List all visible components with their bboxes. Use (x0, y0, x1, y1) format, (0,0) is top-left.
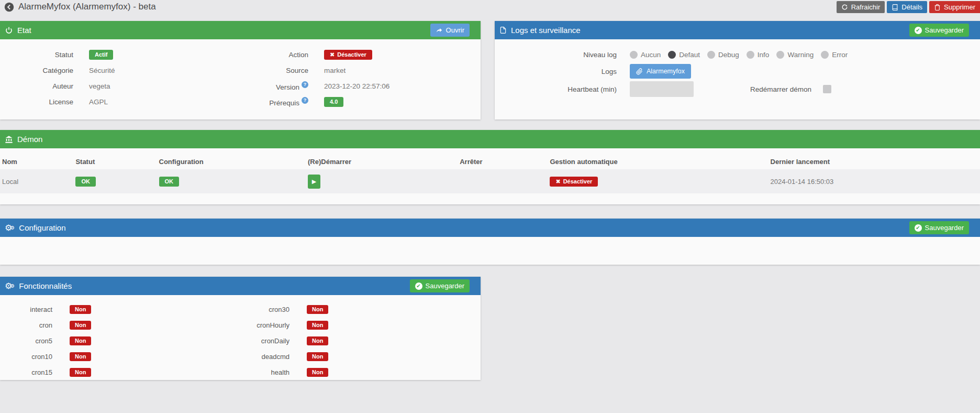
logs-label: Logs (495, 68, 617, 75)
radio-dot[interactable] (668, 51, 676, 59)
demon-header-row: Nom Statut Configuration (Re)Démarrer Ar… (0, 154, 980, 169)
fonc-row-interact: interact Non (0, 301, 240, 317)
radio-dot[interactable] (630, 51, 638, 59)
categorie-label: Catégorie (0, 67, 73, 74)
restart-demon-label: Redémarrer démon (694, 85, 811, 93)
logs-save-button[interactable]: ✔ Sauvegarder (909, 24, 969, 37)
source-label: Source (240, 67, 308, 74)
logs-panel: Logs et surveillance ✔ Sauvegarder Nivea… (495, 21, 980, 119)
auteur-label: Auteur (0, 82, 73, 90)
fonctionnalites-title: Fonctionnalités (19, 281, 72, 290)
logs-title: Logs et surveillance (511, 26, 581, 35)
version-label: Version? (240, 81, 308, 91)
demon-arreter-cell (458, 169, 548, 193)
desactiver-plugin-button[interactable]: ✖Désactiver (324, 50, 372, 60)
radio-dot[interactable] (747, 51, 754, 59)
statut-badge: Actif (89, 50, 113, 60)
radio-warning[interactable]: Warning (776, 51, 814, 59)
logfile-button[interactable]: Alarmemyfox (630, 64, 691, 79)
fonc-row-cron10: cron10 Non (0, 349, 240, 364)
gears-icon: ⚙⚙ (5, 224, 15, 232)
action-label: Action (240, 51, 308, 59)
back-icon[interactable] (4, 2, 14, 12)
fonctionnalites-save-button[interactable]: ✔ Sauvegarder (410, 279, 470, 292)
categorie-value: Sécurité (89, 67, 115, 74)
col-redemarrer: (Re)Démarrer (306, 154, 458, 169)
refresh-icon (841, 4, 848, 10)
file-icon (499, 26, 507, 34)
fonc-row-crondaily: cronDaily Non (240, 333, 481, 349)
configuration-save-button[interactable]: ✔ Sauvegarder (909, 221, 969, 234)
topbar: AlarmeMyfox (Alarmemyfox) - beta Rafraic… (0, 0, 980, 15)
play-icon: ▶ (312, 179, 316, 184)
check-icon: ✔ (415, 282, 422, 290)
refresh-button[interactable]: Rafraichir (837, 1, 885, 13)
col-dernier-lancement: Dernier lancement (769, 154, 980, 169)
demon-row-local: Local OK OK ▶ ✖Désactiver 2024-01-14 16:… (0, 169, 980, 193)
heartbeat-label: Heartbeat (min) (495, 85, 617, 93)
fonc-row-health: health Non (240, 364, 481, 380)
radio-debug[interactable]: Debug (707, 51, 739, 59)
share-icon (436, 27, 443, 34)
prerequis-badge: 4.0 (324, 97, 343, 107)
page-title: AlarmeMyfox (Alarmemyfox) - beta (18, 2, 156, 12)
version-value: 2023-12-20 22:57:06 (324, 82, 389, 90)
radio-dot[interactable] (821, 51, 829, 59)
bank-icon (5, 135, 13, 144)
demon-table: Nom Statut Configuration (Re)Démarrer Ar… (0, 154, 980, 193)
fonc-badge-crondaily: Non (307, 336, 328, 345)
version-row: Version? 2023-12-20 22:57:06 (240, 78, 481, 94)
heartbeat-row: Heartbeat (min) Redémarrer démon (495, 80, 980, 98)
fonc-badge-cron10: Non (70, 352, 91, 361)
radio-aucun[interactable]: Aucun (630, 51, 661, 59)
etat-title: Etat (17, 26, 31, 35)
fonc-row-cron: cron Non (0, 317, 240, 333)
version-help-icon[interactable]: ? (302, 81, 308, 88)
fonc-row-cronhourly: cronHourly Non (240, 317, 481, 333)
fonc-row-deadcmd: deadcmd Non (240, 349, 481, 364)
demon-panel: Démon Nom Statut Configuration (Re)Démar… (0, 130, 980, 204)
fonc-badge-interact: Non (70, 305, 91, 314)
logs-row: Logs Alarmemyfox (495, 62, 980, 80)
open-button[interactable]: Ouvrir (430, 24, 470, 37)
fonc-badge-cron: Non (70, 321, 91, 330)
trash-icon (934, 4, 941, 11)
col-gestion-automatique: Gestion automatique (548, 154, 768, 169)
demon-nom: Local (0, 169, 73, 193)
niveau-log-label: Niveau log (495, 51, 617, 59)
demon-start-button[interactable]: ▶ (308, 175, 320, 189)
delete-button[interactable]: Supprimer (929, 1, 980, 13)
radio-dot[interactable] (776, 51, 784, 59)
book-icon (892, 4, 898, 11)
fonc-badge-cron30: Non (307, 305, 328, 314)
x-icon: ✖ (555, 179, 560, 184)
categorie-row: Catégorie Sécurité (0, 62, 240, 78)
demon-gestion-desactiver-button[interactable]: ✖Désactiver (550, 177, 598, 187)
paperclip-icon (636, 68, 643, 75)
details-button[interactable]: Détails (887, 1, 927, 13)
radio-info[interactable]: Info (747, 51, 770, 59)
niveau-log-row: Niveau log Aucun Defaut Debug Info Warni… (495, 47, 980, 62)
license-label: License (0, 98, 73, 106)
x-icon: ✖ (330, 52, 335, 58)
prerequis-help-icon[interactable]: ? (302, 97, 308, 104)
source-row: Source market (240, 62, 481, 78)
license-row: License AGPL (0, 94, 240, 110)
gears-icon: ⚙⚙ (5, 282, 15, 290)
fonc-badge-health: Non (307, 368, 328, 377)
check-icon: ✔ (915, 224, 922, 232)
heartbeat-input[interactable] (630, 81, 694, 97)
restart-demon-checkbox[interactable] (823, 85, 831, 93)
demon-title: Démon (17, 135, 42, 144)
radio-dot[interactable] (707, 51, 715, 59)
col-arreter: Arrêter (458, 154, 548, 169)
fonc-row-cron5: cron5 Non (0, 333, 240, 349)
col-statut: Statut (73, 154, 157, 169)
etat-panel: Etat Ouvrir Statut Actif Catégorie Sécur… (0, 21, 481, 119)
radio-defaut[interactable]: Defaut (668, 51, 700, 59)
auteur-value: vegeta (89, 82, 110, 90)
prerequis-label: Prérequis? (240, 97, 308, 107)
action-row: Action ✖Désactiver (240, 47, 481, 62)
radio-error[interactable]: Error (821, 51, 848, 59)
configuration-title: Configuration (19, 223, 65, 232)
